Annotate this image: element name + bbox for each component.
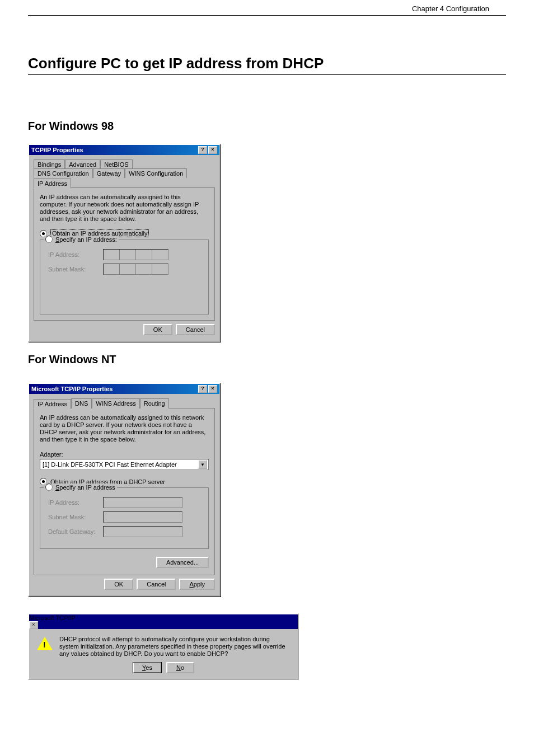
tab-panel: An IP address can be automatically assig… — [34, 408, 215, 575]
dialog-title: TCP/IP Properties — [31, 147, 83, 153]
tab-ip-address[interactable]: IP Address — [34, 179, 71, 189]
dialog-title: Microsoft TCP/IP Properties — [31, 386, 113, 392]
default-gateway-input — [103, 526, 182, 537]
tab-advanced[interactable]: Advanced — [65, 159, 100, 169]
close-icon[interactable]: × — [208, 385, 217, 393]
help-icon[interactable]: ? — [198, 385, 207, 393]
yes-button[interactable]: Yes — [133, 662, 162, 673]
close-icon[interactable]: × — [208, 146, 217, 154]
description-text: An IP address can be automatically assig… — [40, 414, 209, 443]
ok-button[interactable]: OK — [143, 324, 172, 335]
description-text: An IP address can be automatically assig… — [40, 194, 209, 223]
subnet-mask-label: Subnet Mask: — [48, 514, 99, 520]
dialog-titlebar: Microsoft TCP/IP × — [29, 614, 298, 629]
chapter-header: Chapter 4 Configuration — [28, 4, 506, 16]
radio-icon[interactable] — [45, 483, 53, 491]
tab-dns[interactable]: DNS — [71, 398, 92, 408]
cancel-button[interactable]: Cancel — [137, 579, 176, 590]
tab-wins-configuration[interactable]: WINS Configuration — [125, 168, 187, 178]
adapter-select[interactable]: [1] D-Link DFE-530TX PCI Fast Ethernet A… — [40, 459, 209, 470]
dialog-titlebar: Microsoft TCP/IP Properties ? × — [29, 384, 219, 394]
tab-ip-address[interactable]: IP Address — [34, 399, 71, 409]
ip-address-label: IP Address: — [48, 251, 99, 258]
tab-netbios[interactable]: NetBIOS — [100, 159, 132, 169]
messagebox-text: DHCP protocol will attempt to automatica… — [59, 636, 290, 658]
subnet-mask-input — [103, 511, 182, 523]
tcpip-properties-dialog-nt: Microsoft TCP/IP Properties ? × IP Addre… — [28, 383, 221, 597]
radio-icon[interactable] — [45, 236, 53, 243]
subnet-mask-label: Subnet Mask: — [48, 266, 99, 273]
adapter-label: Adapter: — [40, 451, 209, 458]
ok-button[interactable]: OK — [104, 579, 133, 590]
specify-ip-group: Specify an IP address: IP Address: Subne… — [40, 240, 209, 314]
tab-dns-configuration[interactable]: DNS Configuration — [34, 168, 93, 178]
ip-address-label: IP Address: — [48, 499, 99, 506]
default-gateway-label: Default Gateway: — [48, 528, 99, 535]
tabs-row-1: Bindings Advanced NetBIOS — [34, 159, 215, 169]
tab-gateway[interactable]: Gateway — [93, 168, 125, 178]
specify-ip-group: Specify an IP address IP Address: Subnet… — [40, 487, 209, 549]
warning-icon — [37, 636, 53, 651]
advanced-button[interactable]: Advanced... — [156, 557, 209, 568]
chevron-down-icon: ▼ — [198, 460, 207, 469]
dhcp-confirm-messagebox: Microsoft TCP/IP × DHCP protocol will at… — [28, 613, 299, 680]
adapter-value: [1] D-Link DFE-530TX PCI Fast Ethernet A… — [43, 461, 177, 468]
messagebox-title: Microsoft TCP/IP — [29, 614, 76, 621]
tab-wins-address[interactable]: WINS Address — [92, 398, 140, 408]
ip-address-input — [103, 249, 168, 260]
help-icon[interactable]: ? — [198, 146, 207, 154]
tcpip-properties-dialog-98: TCP/IP Properties ? × Bindings Advanced … — [28, 144, 221, 342]
cancel-button[interactable]: Cancel — [176, 324, 215, 335]
tab-bindings[interactable]: Bindings — [34, 159, 65, 169]
tab-panel: An IP address can be automatically assig… — [34, 187, 215, 321]
tabs-row-2: DNS Configuration Gateway WINS Configura… — [34, 168, 215, 188]
dialog-titlebar: TCP/IP Properties ? × — [29, 145, 219, 155]
page-title: Configure PC to get IP address from DHCP — [28, 55, 506, 75]
no-button[interactable]: No — [166, 662, 194, 673]
radio-specify-label[interactable]: Specify an IP address: — [55, 236, 117, 243]
ip-address-input — [103, 497, 182, 508]
section-winnt-heading: For Windows NT — [28, 353, 506, 366]
section-win98-heading: For Windows 98 — [28, 120, 506, 133]
radio-specify-label[interactable]: Specify an IP address — [55, 484, 115, 491]
close-icon[interactable]: × — [29, 621, 38, 629]
tab-routing[interactable]: Routing — [140, 398, 169, 408]
apply-button[interactable]: Apply — [179, 579, 215, 590]
subnet-mask-input — [103, 264, 168, 275]
